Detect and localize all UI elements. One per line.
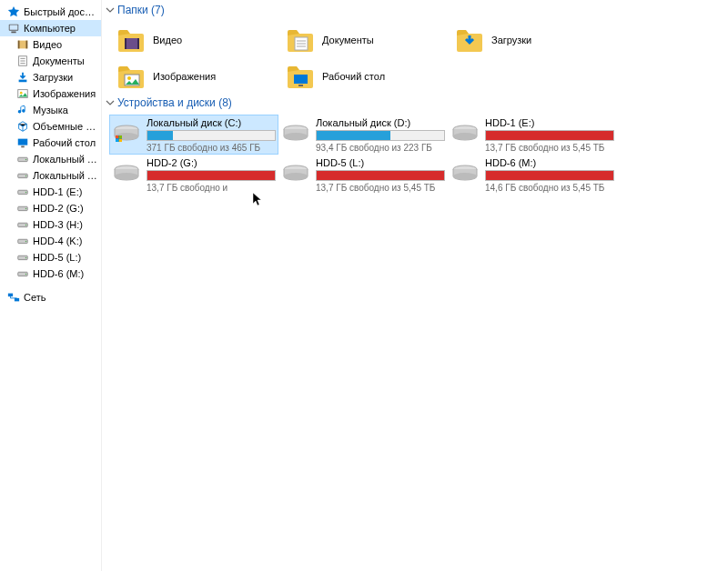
- drive-item-l[interactable]: HDD-5 (L:) 13,7 ГБ свободно из 5,45 ТБ: [278, 155, 448, 195]
- drive-icon: [112, 159, 141, 188]
- download-icon: [16, 71, 29, 84]
- sidebar: Быстрый доступКомпьютерВидеоДокументыЗаг…: [0, 0, 102, 571]
- sidebar-item-hdd6[interactable]: HDD-6 (M:): [0, 265, 101, 282]
- drive-icon: [112, 119, 141, 148]
- folder-item-pictures[interactable]: Изображения: [115, 58, 284, 95]
- drive-usage-bar: [147, 170, 276, 181]
- svg-rect-2: [11, 32, 15, 34]
- drive-label: Локальный диск (D:): [316, 117, 445, 128]
- folders-group-label: Папки (7): [117, 4, 165, 16]
- drive-label: HDD-6 (M:): [485, 157, 614, 168]
- svg-point-65: [453, 173, 477, 180]
- folders-group-header[interactable]: Папки (7): [106, 4, 724, 16]
- drive-usage-bar: [316, 130, 445, 141]
- sidebar-item-network[interactable]: Сеть: [0, 289, 101, 306]
- drive-icon: [16, 218, 29, 231]
- svg-point-57: [284, 133, 308, 140]
- sidebar-item-3dobjects[interactable]: Объемные объек: [0, 118, 101, 135]
- drive-item-d[interactable]: Локальный диск (D:) 93,4 ГБ свободно из …: [278, 115, 448, 155]
- drive-free-text: 371 ГБ свободно из 465 ГБ: [147, 143, 276, 153]
- sidebar-item-videos[interactable]: Видео: [0, 36, 101, 53]
- sidebar-item-hdd5[interactable]: HDD-5 (L:): [0, 249, 101, 265]
- sidebar-item-label: Объемные объек: [33, 121, 97, 132]
- svg-point-61: [115, 173, 138, 180]
- drives-group-label: Устройства и диски (8): [117, 96, 232, 109]
- sidebar-item-label: Загрузки: [33, 72, 73, 83]
- doc-icon: [16, 55, 29, 67]
- drive-icon: [16, 251, 29, 264]
- drive-item-c[interactable]: Локальный диск (C:) 371 ГБ свободно из 4…: [109, 115, 278, 155]
- sidebar-item-label: Документы: [33, 55, 85, 66]
- folder-item-downloads[interactable]: Загрузки: [453, 22, 622, 58]
- cube-icon: [16, 120, 29, 133]
- sidebar-item-quick-access[interactable]: Быстрый доступ: [0, 4, 101, 20]
- sidebar-item-music[interactable]: Музыка: [0, 102, 101, 118]
- svg-point-45: [127, 76, 131, 80]
- drives-grid: Локальный диск (C:) 371 ГБ свободно из 4…: [109, 115, 724, 195]
- folder-item-videos[interactable]: Видео: [115, 22, 284, 58]
- sidebar-item-hdd3[interactable]: HDD-3 (H:): [0, 216, 101, 233]
- svg-rect-52: [116, 135, 118, 138]
- folder-label: Загрузки: [491, 35, 531, 45]
- computer-icon: [7, 22, 20, 35]
- sidebar-item-computer[interactable]: Компьютер: [0, 20, 101, 36]
- chevron-down-icon: [106, 5, 115, 15]
- svg-rect-34: [125, 38, 139, 49]
- sidebar-item-label: HDD-4 (K:): [33, 235, 82, 246]
- sidebar-item-locald[interactable]: Локальный диск (: [0, 167, 101, 184]
- svg-point-26: [25, 241, 26, 242]
- drive-item-e[interactable]: HDD-1 (E:) 13,7 ГБ свободно из 5,45 ТБ: [448, 115, 617, 155]
- svg-point-22: [25, 208, 26, 209]
- sidebar-item-label: Компьютер: [24, 23, 76, 34]
- drive-icon: [16, 169, 29, 182]
- drive-label: HDD-5 (L:): [316, 157, 445, 168]
- drives-group-header[interactable]: Устройства и диски (8): [106, 96, 724, 109]
- sidebar-item-documents[interactable]: Документы: [0, 53, 101, 69]
- sidebar-item-downloads[interactable]: Загрузки: [0, 69, 101, 85]
- network-icon: [7, 291, 20, 304]
- sidebar-item-label: HDD-5 (L:): [33, 252, 81, 263]
- cursor-icon: [253, 193, 264, 207]
- sidebar-item-label: Локальный диск (C: [33, 154, 97, 165]
- drive-icon: [281, 119, 310, 148]
- sidebar-item-hdd4[interactable]: HDD-4 (K:): [0, 233, 101, 249]
- folder-label: Видео: [153, 35, 182, 45]
- svg-rect-32: [15, 298, 19, 302]
- folder-icon: [116, 62, 146, 91]
- drive-icon: [16, 235, 29, 247]
- folder-label: Рабочий стол: [322, 71, 385, 82]
- sidebar-item-pictures[interactable]: Изображения: [0, 85, 101, 102]
- folder-item-documents[interactable]: Документы: [284, 22, 453, 58]
- drive-free-text: 13,7 ГБ свободно из 5,45 ТБ: [485, 143, 614, 153]
- svg-rect-35: [125, 38, 126, 49]
- sidebar-item-hdd1[interactable]: HDD-1 (E:): [0, 184, 101, 200]
- sidebar-item-hdd2[interactable]: HDD-2 (G:): [0, 200, 101, 216]
- sidebar-item-label: Быстрый доступ: [24, 6, 97, 17]
- picture-icon: [16, 87, 29, 100]
- sidebar-item-label: HDD-6 (M:): [33, 268, 84, 279]
- sidebar-item-label: Музыка: [33, 105, 68, 115]
- sidebar-item-desktop[interactable]: Рабочий стол: [0, 135, 101, 151]
- svg-point-63: [284, 173, 308, 180]
- folder-item-desktop[interactable]: Рабочий стол: [284, 58, 453, 95]
- drive-free-text: 13,7 ГБ свободно из 5,45 ТБ: [316, 183, 445, 193]
- svg-rect-36: [137, 38, 139, 49]
- sidebar-item-label: Изображения: [33, 88, 96, 99]
- sidebar-item-label: Локальный диск (: [33, 170, 97, 181]
- svg-rect-54: [116, 139, 118, 142]
- svg-point-59: [453, 133, 477, 140]
- svg-point-30: [25, 274, 26, 275]
- main-pane: Папки (7) ВидеоДокументыЗагрузкиИзображе…: [102, 0, 728, 571]
- drive-icon: [450, 119, 480, 148]
- drive-icon: [281, 159, 310, 188]
- drive-icon: [16, 153, 29, 165]
- chevron-down-icon: [106, 98, 115, 107]
- drive-label: HDD-1 (E:): [485, 117, 614, 128]
- drive-item-m[interactable]: HDD-6 (M:) 14,6 ГБ свободно из 5,45 ТБ: [448, 155, 617, 195]
- svg-rect-4: [18, 41, 20, 49]
- svg-rect-14: [21, 146, 25, 148]
- drive-item-g[interactable]: HDD-2 (G:) 13,7 ГБ свободно и: [109, 155, 278, 195]
- sidebar-item-localc[interactable]: Локальный диск (C: [0, 151, 101, 167]
- folder-icon: [455, 25, 484, 55]
- folders-grid: ВидеоДокументыЗагрузкиИзображенияРабочий…: [115, 22, 724, 95]
